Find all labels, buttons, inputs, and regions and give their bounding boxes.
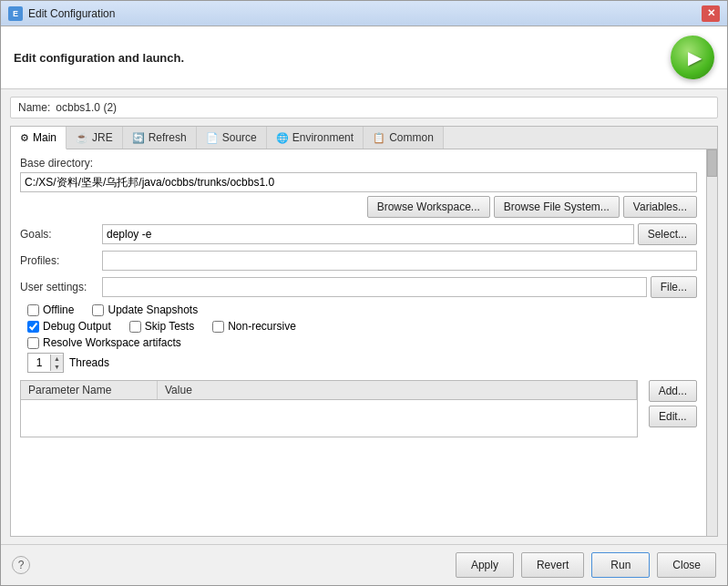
tab-refresh-label: Refresh xyxy=(149,131,187,144)
user-settings-file-button[interactable]: File... xyxy=(651,276,697,298)
table-body xyxy=(21,400,637,437)
threads-row: ▲ ▼ Threads xyxy=(27,353,697,373)
threads-spinner: ▲ ▼ xyxy=(27,353,64,373)
tab-refresh[interactable]: 🔄 Refresh xyxy=(123,127,197,149)
goals-input[interactable] xyxy=(102,224,634,244)
resolve-workspace-checkbox-item: Resolve Workspace artifacts xyxy=(27,336,181,349)
goals-label: Goals: xyxy=(20,228,102,241)
scrollbar-thumb[interactable] xyxy=(707,149,717,177)
threads-down-arrow[interactable]: ▼ xyxy=(51,363,63,371)
tab-jre[interactable]: ☕ JRE xyxy=(67,127,123,149)
title-bar: E Edit Configuration ✕ xyxy=(1,1,727,26)
revert-button[interactable]: Revert xyxy=(521,552,584,578)
header-area: Edit configuration and launch. xyxy=(1,26,727,89)
skip-tests-label: Skip Tests xyxy=(145,320,194,333)
base-directory-label: Base directory: xyxy=(20,157,697,170)
add-button[interactable]: Add... xyxy=(649,380,697,402)
debug-output-label: Debug Output xyxy=(43,320,111,333)
main-tab-icon: ⚙ xyxy=(20,132,29,144)
name-row: Name: ocbbs1.0 (2) xyxy=(10,97,718,118)
user-settings-row: User settings: File... xyxy=(20,276,697,298)
threads-arrows: ▲ ▼ xyxy=(50,355,63,371)
user-settings-input[interactable] xyxy=(102,277,647,297)
offline-checkbox-item: Offline xyxy=(27,303,74,316)
name-label: Name: xyxy=(18,101,50,114)
non-recursive-checkbox[interactable] xyxy=(212,321,224,333)
close-window-button[interactable]: ✕ xyxy=(702,5,720,22)
offline-checkbox[interactable] xyxy=(27,304,39,316)
close-button[interactable]: Close xyxy=(657,552,716,578)
debug-output-checkbox-item: Debug Output xyxy=(27,320,111,333)
profiles-input[interactable] xyxy=(102,251,697,271)
edit-button[interactable]: Edit... xyxy=(649,406,697,427)
update-snapshots-checkbox[interactable] xyxy=(92,304,104,316)
tab-source[interactable]: 📄 Source xyxy=(197,127,267,149)
source-tab-icon: 📄 xyxy=(206,132,219,144)
tab-common[interactable]: 📋 Common xyxy=(364,127,444,149)
resolve-workspace-label: Resolve Workspace artifacts xyxy=(43,336,181,349)
table-param-header: Parameter Name xyxy=(21,381,158,399)
common-tab-icon: 📋 xyxy=(373,132,385,144)
skip-tests-checkbox[interactable] xyxy=(129,321,141,333)
update-snapshots-label: Update Snapshots xyxy=(108,303,198,316)
tab-content-scroll-area: Base directory: Browse Workspace... Brow… xyxy=(11,149,717,536)
non-recursive-checkbox-item: Non-recursive xyxy=(212,320,296,333)
refresh-tab-icon: 🔄 xyxy=(132,132,145,144)
tab-content: Base directory: Browse Workspace... Brow… xyxy=(11,149,706,536)
help-button[interactable]: ? xyxy=(12,556,30,574)
environment-tab-icon: 🌐 xyxy=(276,132,289,144)
parameter-table: Parameter Name Value xyxy=(20,380,638,437)
main-window: E Edit Configuration ✕ Edit configuratio… xyxy=(0,0,728,586)
content-area: Name: ocbbs1.0 (2) ⚙ Main ☕ JRE 🔄 Refres… xyxy=(1,89,727,544)
checkboxes-row-2: Debug Output Skip Tests Non-recursive xyxy=(27,320,697,333)
header-title: Edit configuration and launch. xyxy=(14,51,184,65)
profiles-label: Profiles: xyxy=(20,254,102,267)
base-directory-input[interactable] xyxy=(20,172,697,192)
tabs-header: ⚙ Main ☕ JRE 🔄 Refresh 📄 Source 🌐 E xyxy=(11,127,717,149)
scrollbar-track[interactable] xyxy=(706,149,717,536)
tab-source-label: Source xyxy=(222,131,257,144)
resolve-workspace-checkbox[interactable] xyxy=(27,337,39,349)
goals-row: Goals: Select... xyxy=(20,223,697,245)
goals-select-button[interactable]: Select... xyxy=(638,223,697,245)
tabs-container: ⚙ Main ☕ JRE 🔄 Refresh 📄 Source 🌐 E xyxy=(10,126,718,537)
offline-label: Offline xyxy=(43,303,74,316)
base-directory-buttons: Browse Workspace... Browse File System..… xyxy=(20,196,697,218)
debug-output-checkbox[interactable] xyxy=(27,321,39,333)
non-recursive-label: Non-recursive xyxy=(228,320,296,333)
threads-input[interactable] xyxy=(28,354,50,372)
browse-file-system-button[interactable]: Browse File System... xyxy=(494,196,620,218)
checkboxes-row-1: Offline Update Snapshots xyxy=(27,303,697,316)
name-value: ocbbs1.0 (2) xyxy=(56,101,117,114)
tab-environment[interactable]: 🌐 Environment xyxy=(267,127,364,149)
table-side-buttons: Add... Edit... xyxy=(649,380,697,437)
table-header: Parameter Name Value xyxy=(21,381,637,400)
window-title: Edit Configuration xyxy=(28,7,702,20)
skip-tests-checkbox-item: Skip Tests xyxy=(129,320,194,333)
threads-up-arrow[interactable]: ▲ xyxy=(51,355,63,363)
table-value-header: Value xyxy=(158,381,637,399)
threads-label: Threads xyxy=(69,356,109,369)
run-button[interactable]: Run xyxy=(591,552,650,578)
tab-jre-label: JRE xyxy=(92,131,113,144)
user-settings-label: User settings: xyxy=(20,281,102,293)
bottom-bar: ? Apply Revert Run Close xyxy=(1,544,727,585)
browse-workspace-button[interactable]: Browse Workspace... xyxy=(367,196,490,218)
parameter-section: Parameter Name Value Add... Edit... xyxy=(20,380,697,437)
checkboxes-row-3: Resolve Workspace artifacts xyxy=(27,336,697,349)
tab-environment-label: Environment xyxy=(292,131,354,144)
profiles-row: Profiles: xyxy=(20,251,697,271)
bottom-left: ? xyxy=(12,556,30,574)
variables-button[interactable]: Variables... xyxy=(623,196,697,218)
window-icon: E xyxy=(8,6,23,21)
tab-common-label: Common xyxy=(389,131,434,144)
update-snapshots-checkbox-item: Update Snapshots xyxy=(92,303,198,316)
run-circle-button[interactable] xyxy=(671,36,714,79)
tab-main[interactable]: ⚙ Main xyxy=(11,127,67,149)
jre-tab-icon: ☕ xyxy=(76,132,88,144)
apply-button[interactable]: Apply xyxy=(456,552,514,578)
tab-main-label: Main xyxy=(33,131,56,144)
base-directory-section: Base directory: Browse Workspace... Brow… xyxy=(20,157,697,218)
